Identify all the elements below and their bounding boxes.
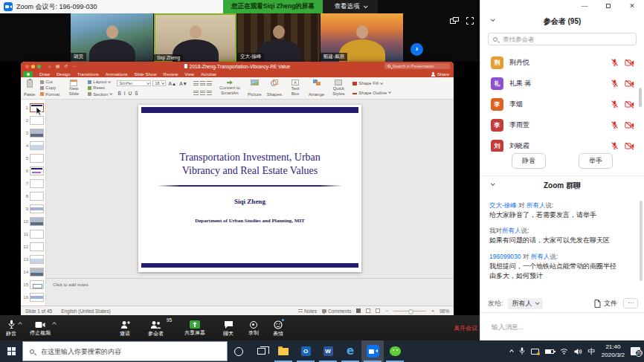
comments-toggle[interactable]: Comments [322, 308, 351, 314]
slide-thumbnail[interactable]: 5 [21, 152, 45, 164]
quick-styles-button[interactable]: Quick Styles [329, 79, 347, 97]
font-size-select[interactable]: 18 [152, 80, 166, 86]
ppt-tab[interactable]: Review [164, 72, 178, 77]
format-painter-button[interactable]: Format [40, 92, 59, 97]
copy-button[interactable]: Copy [40, 85, 59, 90]
record-button[interactable]: 录制 [248, 321, 259, 335]
send-to-dropdown[interactable]: 所有人 [508, 298, 543, 309]
number-list-icon[interactable] [200, 81, 205, 85]
taskbar-search-input[interactable] [39, 347, 203, 356]
ppt-tab[interactable]: Design [57, 72, 71, 77]
mac-zoom-button[interactable] [37, 65, 41, 68]
maximize-button[interactable] [596, 1, 620, 11]
ppt-tab[interactable]: View [184, 72, 194, 77]
share-screen-button[interactable]: 共享屏幕 [184, 320, 205, 335]
participant-search-input[interactable] [501, 35, 605, 44]
mac-minimize-button[interactable] [31, 65, 35, 68]
slide-thumbnail[interactable]: 7 [21, 177, 45, 190]
participant-scrollbar[interactable] [639, 88, 642, 107]
font-style-button[interactable]: U [128, 91, 133, 96]
ppt-tab[interactable]: Acrobat [201, 72, 216, 77]
grow-font-button[interactable]: A▲ [167, 81, 177, 86]
mute-options-chevron[interactable] [18, 322, 22, 326]
font-style-button[interactable]: I [123, 91, 126, 96]
quick-access-toolbar[interactable]: ⌂▤↺⋯ [48, 62, 77, 71]
zoom-level-label[interactable]: 98% [439, 308, 449, 314]
gallery-view-icon[interactable] [450, 17, 459, 25]
slide-thumbnail[interactable]: 10 [21, 215, 45, 227]
slide-thumbnail[interactable]: 16 [21, 291, 45, 303]
zoom-app-button[interactable] [361, 340, 384, 362]
textbox-button[interactable]: A Text Box [287, 79, 303, 97]
tray-display-icon[interactable] [531, 349, 539, 355]
word-button[interactable]: W [317, 340, 339, 362]
slide-thumbnail[interactable]: 3 [21, 126, 45, 139]
slide-thumbnail[interactable]: 4 [21, 139, 45, 152]
send-file-button[interactable]: 文件 [594, 299, 617, 308]
participants-button[interactable]: 参会者 95 [148, 320, 164, 336]
font-style-button[interactable]: S [134, 91, 138, 96]
paste-button[interactable]: Paste [24, 79, 35, 97]
view-options-button[interactable]: 查看选项 [323, 0, 378, 13]
bullet-list-icon[interactable] [193, 81, 199, 85]
participant-row[interactable]: 李 李雨萱 [480, 114, 644, 135]
slide-thumbnail[interactable]: 15 [21, 278, 45, 291]
notes-pane[interactable]: Click to add notes [46, 278, 454, 306]
normal-view-button[interactable] [356, 308, 361, 313]
shape-fill-button[interactable]: Shape Fill [352, 81, 390, 85]
slide-thumbnail[interactable]: 6 [21, 164, 45, 177]
arrange-button[interactable]: Arrange [309, 79, 324, 97]
indent-icon[interactable] [207, 81, 212, 85]
taskbar-clock[interactable]: 21:40 2020/3/2 [602, 343, 625, 359]
reactions-button[interactable]: 表情 [273, 320, 283, 336]
participant-search-box[interactable] [488, 33, 637, 45]
start-button[interactable] [0, 340, 22, 362]
close-button[interactable]: ✕ [620, 1, 644, 11]
mac-close-button[interactable] [25, 65, 29, 68]
video-tile[interactable]: 交大-徐峰 [237, 13, 320, 62]
align-center-icon[interactable] [200, 91, 205, 95]
minimize-button[interactable]: — [573, 1, 596, 11]
chat-scrollbar[interactable] [640, 201, 643, 281]
slide-thumbnail[interactable]: 11 [21, 227, 45, 240]
slide-thumbnail[interactable]: 14 [21, 265, 45, 278]
participant-row[interactable]: 李 李烟 [480, 94, 644, 114]
reset-button[interactable]: Reset [88, 85, 112, 90]
next-videos-button[interactable]: › [410, 43, 423, 56]
ppt-tab[interactable]: Transitions [77, 72, 99, 77]
battery-icon[interactable] [545, 349, 554, 354]
shrink-font-button[interactable]: A▼ [178, 81, 188, 86]
participant-row[interactable]: 礼 礼果 蒋 [480, 73, 644, 94]
leave-meeting-button[interactable]: 离开会议 [454, 324, 477, 332]
video-tile[interactable]: 胡昊 [71, 13, 153, 62]
participant-row[interactable]: 刘 刘晓霞 [480, 135, 644, 152]
language-label[interactable]: English (United States) [61, 308, 110, 314]
line-spacing-icon[interactable] [207, 91, 212, 95]
ppt-search-box[interactable]: Search in Presentation [384, 63, 450, 69]
file-explorer-button[interactable] [272, 340, 294, 362]
participant-row[interactable]: 荆 荆丹悦 [480, 52, 644, 73]
chat-message-input[interactable] [490, 323, 624, 332]
slide-sorter-view-button[interactable] [366, 308, 370, 313]
font-style-button[interactable]: B [117, 91, 121, 96]
mute-button[interactable]: 静音 [6, 320, 16, 336]
slideshow-view-button[interactable] [376, 308, 380, 313]
picture-button[interactable]: Picture [248, 79, 262, 97]
zoom-slider[interactable] [393, 311, 426, 311]
cortana-button[interactable] [228, 340, 250, 362]
chat-button[interactable]: 聊天 [223, 320, 234, 336]
video-options-chevron[interactable] [52, 322, 57, 326]
align-left-icon[interactable] [193, 91, 199, 95]
mute-me-button[interactable]: 静音 [512, 153, 546, 169]
task-view-button[interactable] [250, 340, 272, 362]
slide-thumbnail[interactable]: 12 [21, 240, 45, 253]
cut-button[interactable]: Cut [40, 80, 59, 84]
wifi-icon[interactable] [560, 348, 568, 355]
speaker-icon[interactable] [574, 348, 582, 355]
current-slide[interactable]: Transportation Investment, Urban Vibranc… [138, 105, 361, 272]
edge-button[interactable]: e [339, 340, 361, 362]
slide-thumbnail[interactable]: 13 [21, 253, 45, 265]
ppt-tab[interactable]: Draw [39, 72, 50, 77]
ppt-tab[interactable]: Animations [106, 72, 128, 77]
shapes-button[interactable]: Shapes [267, 79, 282, 97]
